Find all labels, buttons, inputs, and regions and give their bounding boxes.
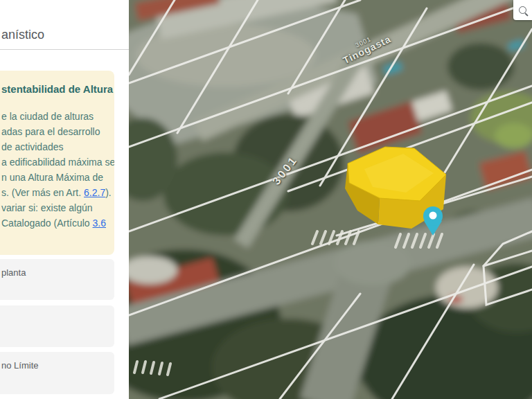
info-line: Catalogado (Artículo 3.6 (1, 215, 107, 231)
info-box-heading: stentabilidad de Altura (1, 83, 107, 95)
info-line-text: ). (105, 187, 112, 198)
page-title: anístico (1, 28, 44, 42)
info-line: adas para el desarrollo (1, 124, 107, 139)
article-627-link[interactable]: 6.2.7 (84, 187, 105, 198)
section-card-blank[interactable] (0, 305, 114, 347)
section-card-label: no Límite (1, 360, 107, 371)
sidebar-panel: anístico stentabilidad de Altura e la ci… (0, 0, 129, 399)
info-box-sustentabilidad: stentabilidad de Altura e la ciudad de a… (0, 71, 114, 255)
info-line: a edificabilidad máxima se (1, 154, 107, 170)
search-button[interactable] (513, 0, 532, 20)
app-window: 3001 Tinogasta 3001 anístico stentabilid… (0, 0, 532, 399)
info-line: e la ciudad de alturas (1, 109, 107, 124)
section-card-plano-limite[interactable]: no Límite (0, 352, 114, 394)
section-card-planta[interactable]: planta (0, 259, 114, 300)
search-icon (519, 6, 526, 14)
title-divider (0, 49, 129, 50)
info-line-text: Catalogado (Artículo (1, 218, 93, 229)
info-line: de actividades (1, 139, 107, 154)
info-line: s. (Ver más en Art. 6.2.7). (1, 185, 107, 200)
map-canvas[interactable]: 3001 Tinogasta 3001 (129, 0, 532, 399)
info-line: variar si: existe algún (1, 200, 107, 215)
info-line-text: s. (Ver más en Art. (1, 187, 84, 198)
satellite-imagery (129, 0, 532, 399)
article-36-link[interactable]: 3.6 (93, 218, 106, 229)
section-card-label: planta (1, 267, 107, 278)
info-line: n una Altura Máxima de (1, 170, 107, 185)
